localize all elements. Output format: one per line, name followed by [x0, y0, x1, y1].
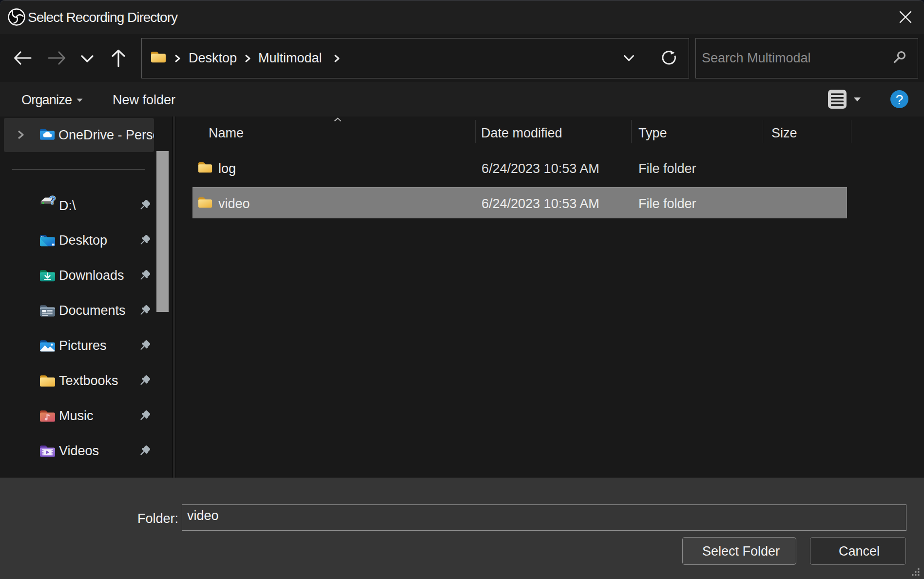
svg-text:?: ? — [49, 194, 57, 207]
